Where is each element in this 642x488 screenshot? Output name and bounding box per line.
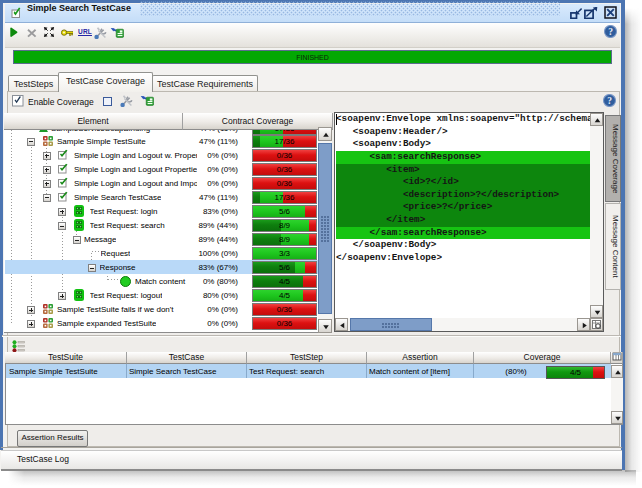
svg-text:?: ? — [607, 96, 612, 106]
svg-text:?: ? — [608, 27, 613, 37]
